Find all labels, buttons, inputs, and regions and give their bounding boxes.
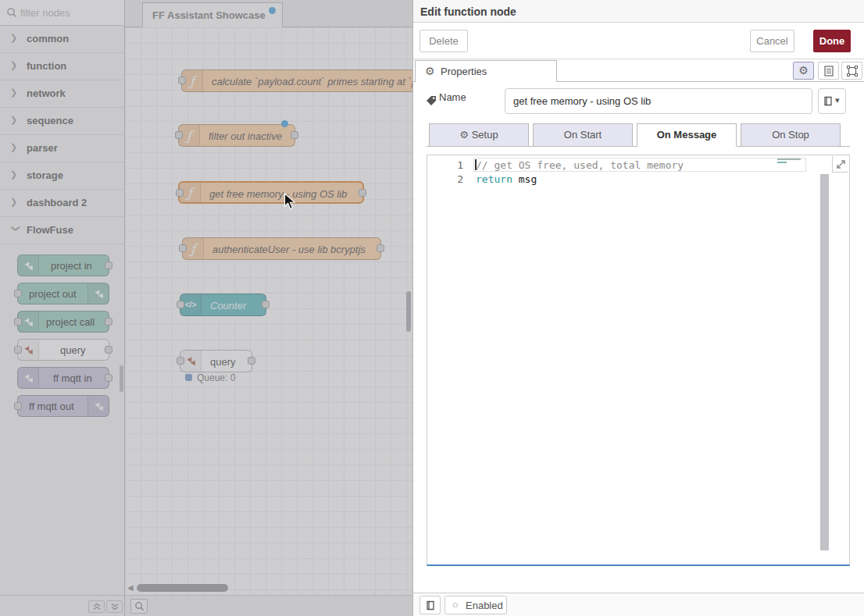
node-port-output[interactable] (248, 357, 255, 365)
node-port-output[interactable] (105, 262, 112, 269)
tab-on-start[interactable]: On Start (533, 123, 633, 147)
node-port-input[interactable] (14, 346, 22, 354)
book-icon (426, 600, 435, 611)
chevron-right-icon: ❯ (10, 33, 20, 45)
node-port-output[interactable] (377, 244, 384, 252)
gear-icon: ⚙ (459, 129, 469, 141)
enabled-label: Enabled (466, 600, 503, 611)
node-port-input[interactable] (14, 402, 22, 410)
library-dropdown-button[interactable]: ▾ (818, 88, 846, 114)
cancel-button[interactable]: Cancel (750, 30, 794, 52)
flow-node-filter-out-inactive[interactable]: ƒ filter out inactive (178, 124, 295, 147)
flowfuse-icon (87, 396, 109, 416)
palette-node-ff-mqtt-in[interactable]: ff mqtt in (17, 367, 109, 389)
flow-node-query[interactable]: query (180, 350, 252, 372)
node-port-input[interactable] (175, 131, 183, 139)
chevron-right-icon: ❯ (10, 142, 20, 155)
palette-node-project-call[interactable]: project call (17, 311, 109, 333)
node-port-input[interactable] (177, 301, 184, 308)
selection-frame-icon (847, 66, 858, 77)
workspace-tab-ff-assistant-showcase[interactable]: FF Assistant Showcase (142, 2, 283, 27)
editor-minimap (777, 158, 804, 166)
node-port-output[interactable] (105, 374, 112, 382)
chevron-right-icon: ❯ (10, 115, 20, 127)
chevron-right-icon: ❯ (10, 60, 20, 73)
name-label: Name (439, 91, 466, 103)
document-icon (824, 66, 834, 77)
palette-search (0, 0, 124, 26)
node-port-input[interactable] (178, 77, 186, 84)
workspace-search-button[interactable] (130, 599, 148, 614)
tag-icon (426, 95, 437, 106)
book-icon (823, 96, 833, 106)
node-modified-indicator (281, 120, 288, 127)
enabled-toggle-button[interactable]: ○ Enabled (444, 596, 507, 614)
properties-icon-button[interactable]: ⚙ (793, 62, 814, 80)
flowfuse-icon (18, 368, 39, 388)
node-port-input[interactable] (14, 290, 22, 297)
node-port-output[interactable] (262, 301, 270, 308)
line-number: 1 (427, 158, 463, 173)
code-line-2: return msg (476, 173, 537, 187)
palette-node-query[interactable]: query (17, 339, 109, 361)
node-port-output[interactable] (105, 346, 112, 354)
palette-category-dashboard2[interactable]: ❯dashboard 2 (0, 190, 124, 217)
palette-search-input[interactable] (20, 5, 119, 20)
flow-canvas[interactable]: ƒ calculate `payload.count` primes start… (125, 27, 412, 595)
collapse-all-button[interactable] (88, 600, 105, 613)
line-number: 2 (427, 173, 463, 187)
node-palette: ❯common ❯function ❯network ❯sequence ❯pa… (0, 0, 125, 616)
node-port-input[interactable] (179, 244, 187, 252)
flow-node-calculate-primes[interactable]: ƒ calculate `payload.count` primes start… (181, 69, 412, 92)
palette-category-sequence[interactable]: ❯sequence (0, 108, 124, 135)
canvas-horizontal-scrollbar[interactable] (137, 584, 228, 592)
expand-all-button[interactable] (106, 600, 123, 613)
tab-on-message[interactable]: On Message (637, 123, 737, 147)
name-row: Name ▾ (413, 88, 864, 115)
tray-toolbar: Delete Cancel Done (413, 23, 864, 59)
library-footer-button[interactable] (420, 596, 441, 614)
flow-node-get-free-memory[interactable]: ƒ get free memory - using OS lib (178, 181, 364, 204)
palette-node-ff-mqtt-out[interactable]: ff mqtt out (17, 395, 109, 417)
name-input[interactable] (505, 88, 812, 114)
tab-setup[interactable]: ⚙ Setup (429, 123, 529, 147)
palette-node-project-in[interactable]: project in (17, 255, 109, 276)
palette-scrollbar[interactable] (120, 365, 123, 392)
description-icon-button[interactable] (818, 62, 839, 80)
tab-on-stop[interactable]: On Stop (741, 123, 841, 147)
palette-category-network[interactable]: ❯network (0, 80, 124, 108)
chevron-right-icon: ❯ (10, 197, 20, 209)
palette-category-parser[interactable]: ❯parser (0, 135, 124, 162)
delete-button[interactable]: Delete (420, 30, 468, 52)
editor-left-region: ❯common ❯function ❯network ❯sequence ❯pa… (0, 0, 412, 616)
flow-node-authenticate-user[interactable]: ƒ authenticateUser - use lib bcryptjs (182, 237, 381, 260)
done-button[interactable]: Done (813, 30, 851, 52)
workspace: FF Assistant Showcase ƒ calculate `paylo… (125, 0, 412, 616)
flowfuse-icon (87, 283, 109, 304)
mouse-cursor-icon (284, 193, 296, 211)
node-port-input[interactable] (14, 318, 22, 326)
node-port-output[interactable] (359, 189, 366, 197)
canvas-vertical-scrollbar[interactable] (406, 291, 411, 332)
palette-node-project-out[interactable]: project out (17, 283, 109, 304)
gear-icon: ⚙ (425, 63, 435, 80)
tray-header: Edit function node (413, 0, 864, 23)
palette-category-storage[interactable]: ❯storage (0, 162, 124, 190)
palette-category-flowfuse[interactable]: ❯FlowFuse (0, 217, 124, 244)
properties-tab[interactable]: ⚙ Properties (415, 60, 557, 82)
tray-footer: ○ Enabled (413, 593, 864, 616)
scroll-left-arrow-icon[interactable]: ◀ (127, 583, 134, 592)
node-port-output[interactable] (291, 131, 298, 139)
palette-category-common[interactable]: ❯common (0, 26, 124, 53)
function-tabs-row: ⚙ Setup On Start On Message On Stop (427, 123, 850, 147)
workspace-footer (125, 595, 412, 616)
appearance-icon-button[interactable] (841, 62, 862, 80)
editor-expand-button[interactable] (832, 156, 848, 173)
node-port-input[interactable] (177, 357, 184, 365)
code-editor[interactable]: 1 2 // get OS free, used, total memory r… (427, 155, 850, 566)
node-port-output[interactable] (105, 318, 112, 326)
palette-category-function[interactable]: ❯function (0, 53, 124, 80)
flow-node-counter[interactable]: </> Counter (180, 294, 266, 316)
editor-scrollbar[interactable] (820, 174, 829, 550)
node-port-input[interactable] (176, 189, 184, 197)
